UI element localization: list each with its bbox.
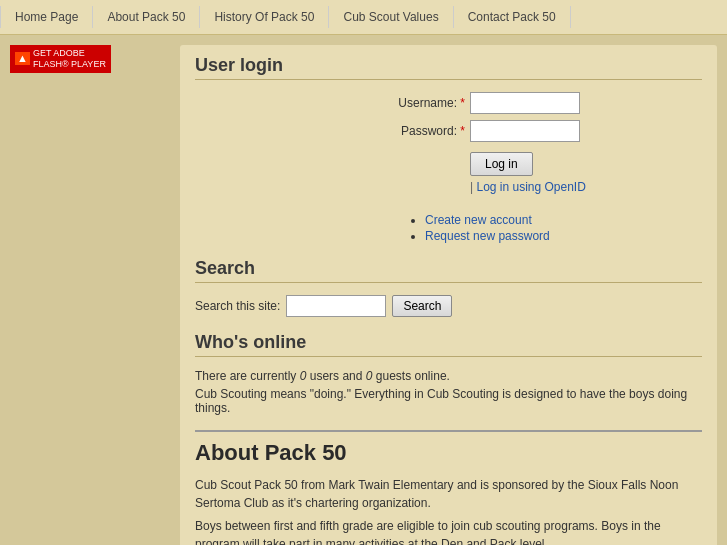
username-label: Username: * [395,96,465,110]
password-input[interactable] [470,120,580,142]
online-count-text: There are currently 0 users and 0 guests… [195,369,702,383]
username-row: Username: * [395,92,580,114]
whos-online-section: Who's online There are currently 0 users… [195,332,702,415]
create-account-item: Create new account [425,213,702,227]
search-site-label: Search this site: [195,299,280,313]
openid-row: Log in using OpenID [470,180,586,194]
flash-get-label: GET ADOBE [33,48,85,58]
request-password-item: Request new password [425,229,702,243]
users-label: users [306,369,339,383]
login-title: User login [195,55,702,80]
main-wrapper: ▲ GET ADOBE FLASH® PLAYER User login Use… [0,35,727,545]
password-row: Password: * [395,120,580,142]
guests-label: guests [372,369,411,383]
about-title: About Pack 50 [195,440,702,466]
search-input[interactable] [286,295,386,317]
content-area: User login Username: * Password: * [180,45,717,545]
username-label-text: Username: [398,96,457,110]
request-password-link[interactable]: Request new password [425,229,550,243]
cub-quote-text: Cub Scouting means "doing." Everything i… [195,387,702,415]
login-form: Username: * Password: * Log in Log [395,92,702,198]
flash-sub-label: FLASH® PLAYER [33,59,106,69]
flash-label: GET ADOBE FLASH® PLAYER [33,48,106,70]
password-label: Password: * [395,124,465,138]
online-suffix: online. [411,369,450,383]
about-paragraph-2: Boys between first and fifth grade are e… [195,517,702,545]
about-paragraph-1: Cub Scout Pack 50 from Mark Twain Elemen… [195,476,702,512]
password-label-text: Password: [401,124,457,138]
password-required: * [460,124,465,138]
flash-badge[interactable]: ▲ GET ADOBE FLASH® PLAYER [10,45,111,73]
online-prefix: There are currently [195,369,300,383]
login-links-list: Create new account Request new password [425,213,702,243]
login-section: User login Username: * Password: * [195,55,702,243]
search-row: Search this site: Search [195,295,702,317]
nav-about[interactable]: About Pack 50 [93,6,200,28]
username-input[interactable] [470,92,580,114]
search-title: Search [195,258,702,283]
username-required: * [460,96,465,110]
sidebar: ▲ GET ADOBE FLASH® PLAYER [10,45,170,545]
openid-link[interactable]: Log in using OpenID [476,180,585,194]
nav-home[interactable]: Home Page [0,6,93,28]
and-text: and [339,369,366,383]
flash-icon: ▲ [15,52,30,65]
login-button[interactable]: Log in [470,152,533,176]
search-section: Search Search this site: Search [195,258,702,317]
create-account-link[interactable]: Create new account [425,213,532,227]
whos-online-title: Who's online [195,332,702,357]
nav-values[interactable]: Cub Scout Values [329,6,453,28]
about-section: About Pack 50 Cub Scout Pack 50 from Mar… [195,430,702,545]
login-btn-row: Log in [470,152,533,176]
nav-contact[interactable]: Contact Pack 50 [454,6,571,28]
search-button[interactable]: Search [392,295,452,317]
navigation: Home Page About Pack 50 History Of Pack … [0,0,727,35]
nav-history[interactable]: History Of Pack 50 [200,6,329,28]
